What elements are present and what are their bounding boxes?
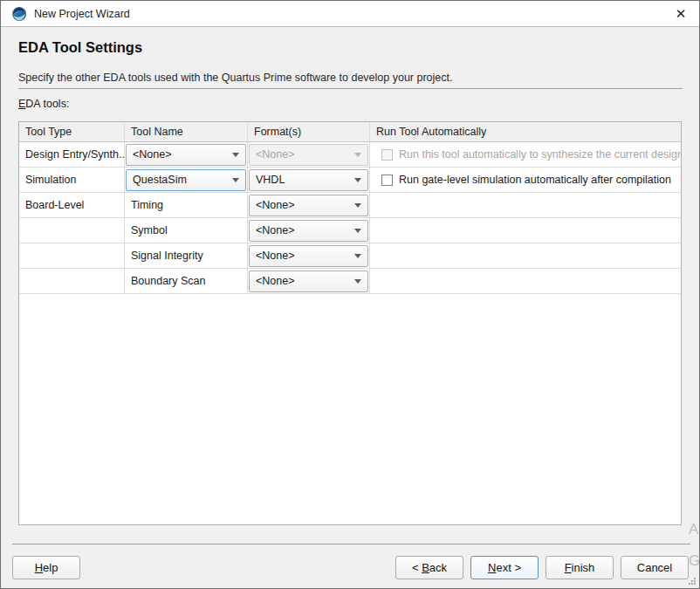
chevron-down-icon [354, 254, 361, 258]
column-header-tool-type[interactable]: Tool Type [19, 122, 125, 141]
format-dropdown[interactable]: <None> [249, 271, 368, 292]
format-dropdown[interactable]: VHDL [249, 169, 368, 191]
quartus-logo-icon [11, 6, 27, 22]
tool-name-cell: <None> [125, 142, 248, 167]
chevron-down-icon [354, 153, 361, 157]
footer-divider [12, 544, 690, 544]
tool-name-cell[interactable]: Boundary Scan [125, 269, 248, 293]
window-title: New Project Wizard [34, 8, 671, 20]
format-cell: <None> [248, 142, 370, 167]
table-header-row: Tool Type Tool Name Format(s) Run Tool A… [19, 122, 681, 142]
column-header-formats[interactable]: Format(s) [248, 122, 370, 141]
format-cell: <None> [248, 218, 370, 243]
table-row: Boundary Scan <None> [19, 269, 681, 294]
tool-name-dropdown[interactable]: <None> [126, 144, 246, 166]
run-tool-cell: Run this tool automatically to synthesiz… [370, 142, 681, 167]
tool-type-cell[interactable] [19, 243, 125, 268]
tool-type-cell[interactable]: Design Entry/Synth... [19, 142, 125, 167]
run-tool-cell [370, 193, 681, 217]
format-dropdown[interactable]: <None> [249, 195, 368, 216]
format-dropdown-disabled: <None> [249, 144, 368, 166]
run-tool-cell [370, 243, 681, 268]
tool-name-cell[interactable]: Signal Integrity [125, 243, 248, 268]
chevron-down-icon [354, 178, 361, 182]
title-bar: New Project Wizard ✕ [1, 1, 699, 27]
run-tool-checkbox-label: Run gate-level simulation automatically … [399, 174, 671, 186]
run-tool-cell [370, 218, 681, 243]
tool-type-cell[interactable] [19, 269, 125, 293]
column-header-tool-name[interactable]: Tool Name [125, 122, 248, 141]
tool-name-cell[interactable]: Symbol [125, 218, 248, 243]
next-button[interactable]: Next > [470, 556, 539, 579]
header-divider [18, 88, 683, 89]
watermark-letter-a: A [689, 521, 698, 538]
eda-tools-label: EDA tools: [18, 98, 69, 110]
close-icon[interactable]: ✕ [671, 4, 690, 24]
help-button[interactable]: Help [12, 556, 80, 579]
table-row: Board-Level Timing <None> [19, 193, 681, 218]
resize-grip[interactable] [688, 577, 697, 586]
format-cell: VHDL [248, 168, 370, 192]
run-tool-cell: Run gate-level simulation automatically … [370, 168, 681, 192]
chevron-down-icon [232, 178, 239, 182]
tool-type-cell[interactable]: Board-Level [19, 193, 125, 217]
page-title: EDA Tool Settings [18, 39, 142, 56]
page-description: Specify the other EDA tools used with th… [18, 72, 452, 84]
tool-type-cell[interactable]: Simulation [19, 168, 125, 192]
tool-name-cell: QuestaSim [125, 168, 248, 192]
chevron-down-icon [354, 229, 361, 233]
chevron-down-icon [354, 203, 361, 208]
cancel-button[interactable]: Cancel [621, 556, 689, 579]
table-row: Symbol <None> [19, 218, 681, 243]
tool-name-dropdown[interactable]: QuestaSim [126, 169, 246, 191]
watermark-letter-g: G [689, 552, 700, 570]
eda-tools-table: Tool Type Tool Name Format(s) Run Tool A… [18, 121, 682, 525]
format-cell: <None> [248, 243, 370, 268]
run-tool-cell [370, 269, 681, 293]
finish-button[interactable]: Finish [546, 556, 614, 579]
run-tool-checkbox-disabled [381, 149, 393, 161]
wizard-nav-buttons: < Back Next > Finish Cancel [395, 556, 689, 579]
table-row: Signal Integrity <None> [19, 243, 681, 269]
back-button[interactable]: < Back [395, 556, 463, 579]
run-tool-checkbox-label: Run this tool automatically to synthesiz… [399, 148, 681, 161]
new-project-wizard-dialog: New Project Wizard ✕ EDA Tool Settings S… [0, 0, 700, 589]
chevron-down-icon [232, 153, 239, 157]
table-row: Design Entry/Synth... <None> <None> Run … [19, 142, 681, 168]
format-dropdown[interactable]: <None> [249, 220, 368, 242]
tool-name-cell[interactable]: Timing [125, 193, 248, 217]
format-cell: <None> [248, 269, 370, 293]
format-cell: <None> [248, 193, 370, 217]
chevron-down-icon [354, 279, 361, 284]
table-row: Simulation QuestaSim VHDL Run gate-level… [19, 168, 681, 193]
tool-type-cell[interactable] [19, 218, 125, 243]
column-header-run-tool[interactable]: Run Tool Automatically [370, 122, 681, 141]
format-dropdown[interactable]: <None> [249, 245, 368, 267]
run-tool-checkbox[interactable] [381, 175, 393, 186]
